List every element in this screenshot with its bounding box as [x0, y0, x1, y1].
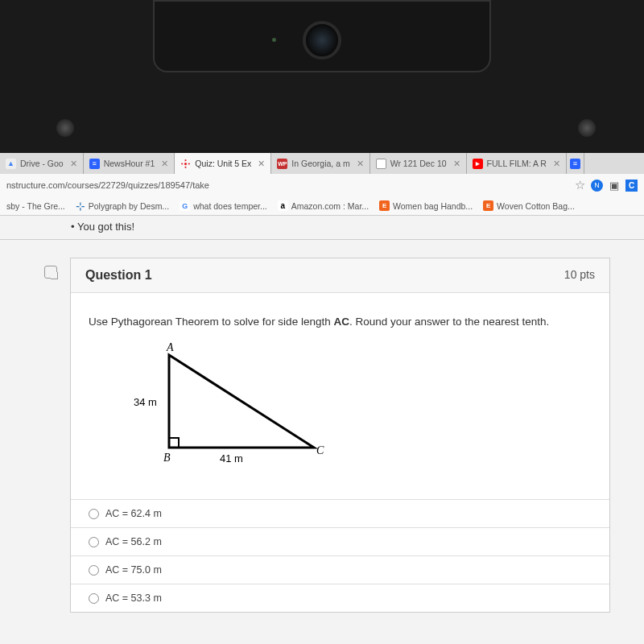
bookmark-item[interactable]: sby - The Gre...	[3, 201, 68, 211]
tab-label: Drive - Goo	[20, 159, 64, 168]
vertex-c-label: C	[316, 444, 324, 456]
docs-icon: ≡	[89, 159, 100, 169]
browser-tab-bar: ▲ Drive - Goo ✕ ≡ NewsHour #1 ✕ Quiz: Un…	[0, 153, 644, 174]
bookmark-item[interactable]: E Women bag Handb...	[376, 200, 476, 211]
question-body: Use Pythagorean Theorem to solve for sid…	[71, 293, 609, 499]
close-icon[interactable]: ✕	[453, 159, 460, 169]
vertex-b-label: B	[163, 452, 171, 464]
triangle-diagram: A B C 34 m 41 m	[129, 343, 592, 475]
bookmark-label: Amazon.com : Mar...	[291, 201, 369, 211]
close-icon[interactable]: ✕	[70, 159, 77, 169]
url-text: nstructure.com/courses/22729/quizzes/189…	[6, 180, 573, 190]
browser-tab-active[interactable]: Quiz: Unit 5 Ex ✕	[175, 153, 271, 174]
bezel-screw	[578, 119, 596, 137]
close-icon[interactable]: ✕	[357, 159, 364, 169]
answer-option[interactable]: AC = 53.3 m	[71, 584, 609, 612]
option-text: AC = 56.2 m	[105, 536, 162, 547]
svg-point-4	[188, 163, 190, 164]
question-container: Question 1 10 pts Use Pythagorean Theore…	[0, 240, 644, 613]
option-text: AC = 75.0 m	[105, 564, 162, 576]
answer-option[interactable]: AC = 56.2 m	[71, 527, 609, 555]
etsy-icon: E	[379, 200, 390, 211]
prompt-bold: AC	[333, 316, 349, 328]
google-icon: G	[180, 200, 190, 211]
bookmark-label: Woven Cotton Bag...	[497, 201, 575, 211]
answer-options: AC = 62.4 m AC = 56.2 m AC = 75.0 m AC =…	[71, 499, 609, 612]
option-text: AC = 62.4 m	[105, 508, 162, 519]
option-text: AC = 53.3 m	[105, 592, 162, 604]
question-number: Question 1	[85, 268, 152, 283]
browser-tab[interactable]: ≡	[567, 153, 584, 174]
youtube-icon: ▸	[473, 159, 483, 169]
bookmark-label: Women bag Handb...	[393, 201, 473, 211]
reader-icon[interactable]: ▣	[608, 179, 621, 192]
question-header: Question 1 10 pts	[71, 258, 609, 293]
microphone-indicator	[272, 38, 276, 42]
bookmark-item[interactable]: G what does temper...	[176, 200, 270, 211]
radio-icon	[89, 593, 99, 604]
page-icon: ▭	[376, 159, 386, 169]
canvas-icon	[180, 159, 191, 169]
etsy-icon: E	[483, 200, 493, 211]
browser-address-bar[interactable]: nstructure.com/courses/22729/quizzes/189…	[0, 174, 644, 196]
close-icon[interactable]: ✕	[258, 159, 265, 169]
bookmark-label: Polygraph by Desm...	[89, 201, 169, 211]
tab-label: NewsHour #1	[104, 159, 155, 168]
svg-rect-6	[169, 438, 179, 448]
question-card: Question 1 10 pts Use Pythagorean Theore…	[70, 258, 610, 613]
side-ab-label: 34 m	[134, 396, 157, 408]
docs-icon: ≡	[570, 159, 580, 169]
page-content: You got this! Question 1 10 pts Use Pyth…	[0, 216, 644, 644]
browser-tab[interactable]: ▲ Drive - Goo ✕	[0, 153, 84, 174]
desmos-icon: ⊹	[76, 200, 85, 213]
svg-point-1	[185, 159, 187, 161]
url-actions: ☆ N ▣ C	[573, 179, 638, 192]
drive-icon: ▲	[6, 159, 16, 169]
amazon-icon: a	[278, 200, 288, 211]
question-prompt: Use Pythagorean Theorem to solve for sid…	[89, 314, 592, 330]
extension-icon[interactable]: C	[625, 180, 638, 192]
svg-point-0	[184, 162, 187, 164]
bezel-screw	[56, 119, 74, 137]
close-icon[interactable]: ✕	[553, 159, 560, 169]
svg-point-3	[181, 163, 183, 164]
bookmark-item[interactable]: a Amazon.com : Mar...	[275, 200, 372, 211]
radio-icon	[89, 565, 99, 576]
vertex-a-label: A	[166, 343, 174, 353]
browser-tab[interactable]: ▭ Wr 121 Dec 10 ✕	[370, 153, 467, 174]
flag-column	[44, 258, 60, 613]
news-icon: WP	[277, 159, 287, 169]
bookmark-label: what does temper...	[193, 201, 267, 211]
encouragement-text: You got this!	[0, 216, 644, 240]
tab-label: Quiz: Unit 5 Ex	[195, 159, 251, 168]
close-icon[interactable]: ✕	[161, 159, 168, 169]
svg-point-2	[185, 166, 187, 167]
browser-tab[interactable]: ≡ NewsHour #1 ✕	[84, 153, 175, 174]
bookmark-star-icon[interactable]: ☆	[573, 179, 586, 192]
browser-tab[interactable]: ▸ FULL FILM: A R ✕	[467, 153, 567, 174]
tab-label: In Georgia, a m	[291, 159, 349, 168]
radio-icon	[89, 537, 99, 547]
answer-option[interactable]: AC = 62.4 m	[71, 499, 609, 527]
laptop-bezel	[0, 0, 644, 153]
flag-question-icon[interactable]	[44, 266, 57, 279]
prompt-text: Use Pythagorean Theorem to solve for sid…	[89, 316, 333, 328]
radio-icon	[89, 509, 99, 519]
browser-tab[interactable]: WP In Georgia, a m ✕	[271, 153, 369, 174]
tab-label: FULL FILM: A R	[487, 159, 547, 168]
tab-label: Wr 121 Dec 10	[390, 159, 447, 168]
question-points: 10 pts	[564, 268, 595, 283]
bookmark-label: sby - The Gre...	[6, 201, 65, 211]
prompt-text: . Round your answer to the nearest tenth…	[349, 316, 549, 328]
webcam-lens	[303, 21, 341, 60]
extension-icon[interactable]: N	[591, 180, 603, 192]
laptop-screen: ▲ Drive - Goo ✕ ≡ NewsHour #1 ✕ Quiz: Un…	[0, 153, 644, 644]
bookmark-item[interactable]: E Woven Cotton Bag...	[480, 200, 578, 211]
svg-marker-5	[169, 355, 314, 448]
answer-option[interactable]: AC = 75.0 m	[71, 555, 609, 584]
bookmarks-bar: sby - The Gre... ⊹ Polygraph by Desm... …	[0, 196, 644, 216]
side-bc-label: 41 m	[220, 452, 243, 464]
webcam-housing	[153, 0, 491, 72]
bookmark-item[interactable]: ⊹ Polygraph by Desm...	[72, 200, 172, 213]
